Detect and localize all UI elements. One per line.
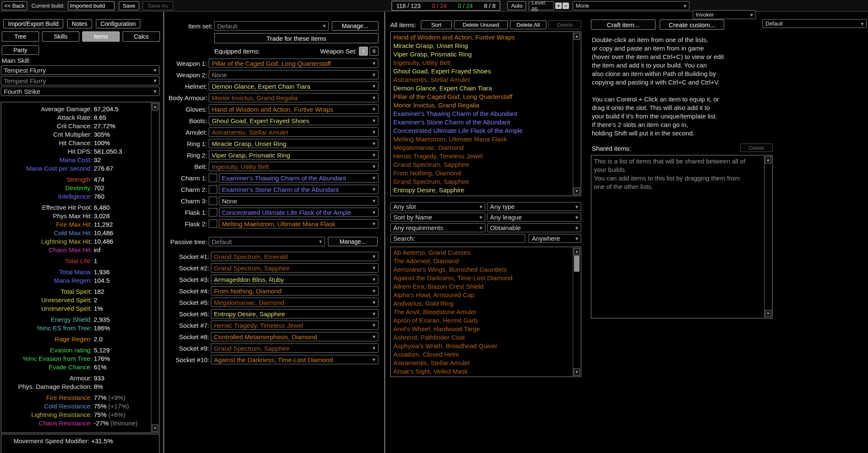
trade-items-button[interactable]: Trade for these items xyxy=(214,33,378,43)
socket-select[interactable]: Grand Spectrum, Emerald ▼ xyxy=(211,252,378,261)
slot-active-checkbox[interactable] xyxy=(209,208,217,217)
sort-button[interactable]: Sort xyxy=(421,20,452,29)
unique-items-scrollbar[interactable]: ▲ ▼ xyxy=(573,248,580,376)
socket-select[interactable]: Armageddon Bliss, Ruby ▼ xyxy=(211,275,378,284)
scroll-down-icon[interactable]: ▼ xyxy=(152,425,158,432)
item-list-entry[interactable]: Ab Aeterno, Grand Cuisses xyxy=(393,248,571,257)
filter-requirements-select[interactable]: Any requirements ▼ xyxy=(390,223,485,232)
scroll-up-icon[interactable]: ▲ xyxy=(765,156,771,163)
slot-select[interactable]: Pillar of the Caged God, Long Quartersta… xyxy=(209,59,378,68)
socket-select[interactable]: Entropy Desire, Sapphire ▼ xyxy=(211,309,378,318)
create-custom-button[interactable]: Create custom... xyxy=(660,20,724,30)
sidebar-tab-party[interactable]: Party xyxy=(2,45,39,55)
back-button[interactable]: << Back xyxy=(2,1,27,10)
sidebar-nav-button[interactable]: Notes xyxy=(67,19,92,28)
manage-item-sets-button[interactable]: Manage... xyxy=(332,21,378,31)
manage-trees-button[interactable]: Manage... xyxy=(328,237,378,246)
item-list-entry[interactable]: Ghoul Goad, Expert Frayed Shoes xyxy=(393,67,571,76)
auto-level-button[interactable]: Auto xyxy=(507,1,526,10)
sidebar-nav-button[interactable]: Import/Export Build xyxy=(3,19,63,28)
item-list-entry[interactable]: Astramentis, Stellar Amulet xyxy=(393,76,571,84)
search-input[interactable] xyxy=(415,234,523,242)
item-list-entry[interactable]: Ashrend, Pathfinder Coat xyxy=(393,333,571,342)
socket-select[interactable]: Controlled Metamorphosis, Diamond ▼ xyxy=(211,332,378,341)
scroll-down-icon[interactable]: ▼ xyxy=(574,188,580,195)
slot-select[interactable]: Demon Glance, Expert Chain Tiara ▼ xyxy=(209,82,378,91)
item-list-entry[interactable]: Apron of Emiran, Hermit Garb xyxy=(393,316,571,325)
slot-select[interactable]: Viper Grasp, Prismatic Ring ▼ xyxy=(209,150,378,160)
scroll-up-icon[interactable]: ▲ xyxy=(152,103,158,110)
item-list-entry[interactable]: Alkem Eira, Blazon Crest Shield xyxy=(393,282,571,291)
item-list-entry[interactable]: Astramentis, Stellar Amulet xyxy=(393,359,571,367)
weapon-set-2-button[interactable]: II xyxy=(370,47,378,56)
stats-scrollbar[interactable]: ▲ ▼ xyxy=(151,103,159,432)
item-list-entry[interactable]: From Nothing, Diamond xyxy=(393,169,571,177)
weapon-set-1-button[interactable]: I xyxy=(359,47,368,56)
save-as-button[interactable]: Save As xyxy=(143,1,173,10)
filter-type-select[interactable]: Any type ▼ xyxy=(487,202,581,211)
tree-version-select[interactable]: Default ▼ xyxy=(762,19,867,28)
socket-select[interactable]: Against the Darkness, Time-Lost Diamond … xyxy=(211,355,378,364)
socket-select[interactable]: From Nothing, Diamond ▼ xyxy=(211,286,378,295)
shared-delete-button[interactable]: Delete xyxy=(740,143,773,152)
item-list-entry[interactable]: Andvarius, Gold Ring xyxy=(393,299,571,308)
slot-select[interactable]: Ghoul Goad, Expert Frayed Shoes ▼ xyxy=(209,116,378,125)
sidebar-section-tab[interactable]: Calcs xyxy=(123,31,160,42)
filter-sort-select[interactable]: Sort by Name ▼ xyxy=(390,213,485,222)
item-list-entry[interactable]: Melting Maelstrom, Ultimate Mana Flask xyxy=(393,135,571,143)
level-display[interactable]: Level: 95 xyxy=(529,1,554,10)
slot-active-checkbox[interactable] xyxy=(209,197,217,205)
slot-select[interactable]: Astramentis, Stellar Amulet ▼ xyxy=(209,127,378,137)
item-list-entry[interactable]: Concentrated Ultimate Life Flask of the … xyxy=(393,127,571,135)
scroll-down-icon[interactable]: ▼ xyxy=(574,369,580,376)
slot-select[interactable]: Ingenuity, Utility Belt ▼ xyxy=(209,162,378,171)
shared-items-scrollbar[interactable]: ▲ ▼ xyxy=(764,156,772,318)
item-list-entry[interactable]: Viper Grasp, Prismatic Ring xyxy=(393,50,571,59)
delete-unused-button[interactable]: Delete Unused xyxy=(454,20,508,29)
socket-select[interactable]: Grand Spectrum, Sapphire ▼ xyxy=(211,343,378,353)
filter-league-select[interactable]: Any league ▼ xyxy=(487,213,581,222)
item-list-entry[interactable]: Atsak's Sight, Veiled Mask xyxy=(393,367,571,376)
item-list-entry[interactable]: Examiner's Stone Charm of the Abundant xyxy=(393,118,571,127)
main-skill-select[interactable]: Fourth Strike ▼ xyxy=(1,87,160,96)
slot-select[interactable]: None ▼ xyxy=(209,70,378,79)
level-plus-button[interactable]: + xyxy=(555,3,562,9)
level-minus-button[interactable]: − xyxy=(563,3,569,9)
socket-select[interactable]: Megalomaniac, Diamond ▼ xyxy=(211,298,378,307)
delete-item-button[interactable]: Delete xyxy=(549,20,581,29)
filter-obtainable-select[interactable]: Obtainable ▼ xyxy=(487,223,581,232)
slot-active-checkbox[interactable] xyxy=(209,174,217,182)
item-list-entry[interactable]: Ingenuity, Utility Belt xyxy=(393,59,571,67)
sidebar-section-tab[interactable]: Tree xyxy=(2,31,39,42)
item-list-entry[interactable]: Asphyxia's Wrath, Broadhead Quiver xyxy=(393,342,571,350)
socket-select[interactable]: Grand Spectrum, Sapphire ▼ xyxy=(211,263,378,273)
item-list-entry[interactable]: Pillar of the Caged God, Long Quartersta… xyxy=(393,93,571,101)
item-list-entry[interactable]: Heroic Tragedy, Timeless Jewel xyxy=(393,152,571,160)
slot-active-checkbox[interactable] xyxy=(209,185,217,194)
scroll-up-icon[interactable]: ▲ xyxy=(574,248,580,255)
slot-select[interactable]: Examiner's Stone Charm of the Abundant ▼ xyxy=(219,185,378,194)
slot-select[interactable]: Morior Invictus, Grand Regalia ▼ xyxy=(209,93,378,102)
class-select[interactable]: Monk ▼ xyxy=(573,1,689,10)
sidebar-section-tab[interactable]: Items xyxy=(82,31,120,42)
slot-select[interactable]: None ▼ xyxy=(219,196,378,205)
item-list-entry[interactable]: The Adorned, Diamond xyxy=(393,257,571,265)
slot-select[interactable]: Hand of Wisdom and Action, Furtive Wraps… xyxy=(209,104,378,114)
sidebar-section-tab[interactable]: Skills xyxy=(42,31,79,42)
item-list-entry[interactable]: Entropy Desire, Sapphire xyxy=(393,186,571,194)
craft-item-button[interactable]: Craft item... xyxy=(591,20,655,30)
item-list-entry[interactable]: Examiner's Thawing Charm of the Abundant xyxy=(393,110,571,118)
item-list-entry[interactable]: The Anvil, Bloodstone Amulet xyxy=(393,308,571,316)
item-set-select[interactable]: Default ▼ xyxy=(214,21,329,31)
item-list-entry[interactable]: Grand Spectrum, Sapphire xyxy=(393,177,571,186)
item-list-entry[interactable]: Demon Glance, Expert Chain Tiara xyxy=(393,84,571,93)
filter-slot-select[interactable]: Any slot ▼ xyxy=(390,202,485,211)
item-list-entry[interactable]: Against the Darkness, Time-Lost Diamond xyxy=(393,274,571,282)
socket-select[interactable]: Heroic Tragedy, Timeless Jewel ▼ xyxy=(211,321,378,330)
item-list-entry[interactable]: Alpha's Howl, Armoured Cap xyxy=(393,291,571,299)
item-list-entry[interactable]: Hand of Wisdom and Action, Furtive Wraps xyxy=(393,33,571,42)
item-list-entry[interactable]: Grand Spectrum, Sapphire xyxy=(393,160,571,169)
item-list-entry[interactable]: Miracle Grasp, Unset Ring xyxy=(393,42,571,50)
build-name-input[interactable]: Imported build xyxy=(68,1,115,10)
scroll-down-icon[interactable]: ▼ xyxy=(765,310,771,317)
